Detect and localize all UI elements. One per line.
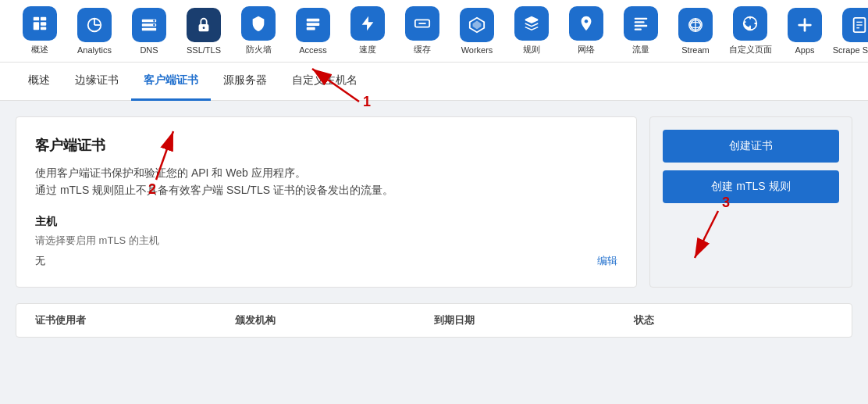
- nav-icon-custom-pages: [733, 6, 767, 41]
- card-description: 使用客户端证书保护和验证您的 API 和 Web 应用程序。 通过 mTLS 规…: [35, 164, 617, 199]
- sub-nav-origin-server[interactable]: 源服务器: [211, 63, 279, 101]
- nav-icon-network: [569, 6, 603, 41]
- nav-item-rules[interactable]: 规则: [509, 6, 554, 55]
- sub-nav-client-certs[interactable]: 客户端证书: [131, 63, 211, 101]
- nav-label-speed: 速度: [359, 44, 376, 55]
- svg-rect-0: [34, 17, 39, 21]
- card-title: 客户端证书: [35, 136, 617, 155]
- top-navigation: 概述 Analytics DNS SSL/TLS 防火墙: [0, 0, 868, 63]
- svg-rect-4: [41, 27, 46, 30]
- svg-rect-15: [307, 27, 315, 30]
- table-col-expiry: 到期日期: [434, 313, 634, 327]
- nav-item-workers[interactable]: Workers: [454, 8, 500, 55]
- table-col-issuer: 颁发机构: [235, 313, 435, 327]
- nav-item-speed[interactable]: 速度: [345, 6, 390, 55]
- host-label: 主机: [35, 215, 617, 229]
- host-value-row: 无 编辑: [35, 254, 617, 268]
- nav-item-scrape-shield[interactable]: Scrape Shield: [837, 8, 868, 55]
- host-value: 无: [35, 254, 45, 268]
- nav-label-dns: DNS: [140, 45, 158, 55]
- table-col-cert-user: 证书使用者: [35, 313, 235, 327]
- nav-label-stream: Stream: [681, 45, 709, 55]
- nav-icon-stream: [678, 8, 713, 42]
- nav-label-traffic: 流量: [632, 44, 649, 55]
- nav-label-overview: 概述: [31, 44, 48, 55]
- nav-item-access[interactable]: Access: [290, 8, 336, 55]
- nav-label-scrape-shield: Scrape Shield: [833, 45, 868, 55]
- nav-icon-firewall: [241, 6, 276, 41]
- nav-label-custom-pages: 自定义页面: [729, 44, 772, 55]
- sub-navigation: 概述 边缘证书 客户端证书 源服务器 自定义主机名: [0, 63, 868, 101]
- nav-icon-analytics: [77, 8, 112, 42]
- nav-icon-overview: [23, 6, 57, 41]
- description-line2: 通过 mTLS 规则阻止不具备有效客户端 SSL/TLS 证书的设备发出的流量。: [35, 184, 393, 196]
- nav-label-ssl: SSL/TLS: [187, 45, 221, 55]
- nav-label-apps: Apps: [795, 45, 814, 55]
- nav-item-cache[interactable]: 缓存: [400, 6, 445, 55]
- description-line1: 使用客户端证书保护和验证您的 API 和 Web 应用程序。: [35, 166, 306, 179]
- svg-rect-3: [41, 22, 46, 26]
- side-panel: 创建证书 创建 mTLS 规则: [649, 116, 852, 288]
- nav-icon-ssl: [187, 8, 221, 42]
- svg-marker-16: [362, 16, 374, 30]
- nav-icon-speed: [350, 6, 385, 41]
- svg-rect-14: [307, 23, 320, 26]
- edit-link[interactable]: 编辑: [597, 254, 617, 268]
- main-content: 客户端证书 使用客户端证书保护和验证您的 API 和 Web 应用程序。 通过 …: [0, 101, 868, 303]
- nav-icon-rules: [514, 6, 549, 41]
- nav-icon-cache: [405, 6, 439, 41]
- svg-rect-2: [34, 22, 39, 30]
- svg-marker-20: [473, 20, 482, 29]
- svg-rect-8: [142, 27, 156, 30]
- nav-icon-access: [296, 8, 330, 42]
- nav-item-dns[interactable]: DNS: [126, 8, 172, 55]
- svg-rect-13: [307, 18, 320, 21]
- table-col-status: 状态: [634, 313, 834, 327]
- svg-rect-24: [635, 28, 642, 30]
- svg-rect-22: [635, 21, 645, 23]
- nav-label-cache: 缓存: [414, 44, 431, 55]
- nav-icon-dns: [132, 8, 166, 42]
- nav-item-apps[interactable]: Apps: [782, 8, 827, 55]
- svg-rect-23: [635, 25, 648, 27]
- create-cert-button[interactable]: 创建证书: [663, 130, 839, 163]
- create-mtls-button[interactable]: 创建 mTLS 规则: [663, 170, 839, 203]
- nav-item-analytics[interactable]: Analytics: [72, 8, 117, 55]
- sub-nav-custom-hostname[interactable]: 自定义主机名: [279, 63, 370, 101]
- nav-item-network[interactable]: 网络: [564, 6, 609, 55]
- nav-icon-traffic: [624, 6, 658, 41]
- page-wrapper: 概述 Analytics DNS SSL/TLS 防火墙: [0, 0, 868, 404]
- host-sublabel: 请选择要启用 mTLS 的主机: [35, 234, 617, 248]
- nav-label-access: Access: [299, 45, 326, 55]
- nav-item-overview[interactable]: 概述: [17, 6, 62, 55]
- table-header: 证书使用者 颁发机构 到期日期 状态: [16, 303, 852, 338]
- nav-label-analytics: Analytics: [77, 45, 112, 55]
- nav-label-network: 网络: [578, 44, 595, 55]
- sub-nav-overview[interactable]: 概述: [16, 63, 62, 101]
- nav-icon-workers: [460, 8, 494, 42]
- nav-item-custom-pages[interactable]: 自定义页面: [727, 6, 773, 55]
- svg-point-12: [203, 27, 205, 29]
- svg-point-10: [153, 23, 155, 26]
- nav-icon-scrape-shield: [842, 8, 868, 42]
- nav-label-firewall: 防火墙: [246, 44, 272, 55]
- nav-label-rules: 规则: [523, 44, 540, 55]
- svg-rect-21: [635, 18, 648, 20]
- nav-item-traffic[interactable]: 流量: [618, 6, 663, 55]
- nav-icon-apps: [788, 8, 822, 42]
- nav-label-workers: Workers: [461, 45, 493, 55]
- nav-item-firewall[interactable]: 防火墙: [236, 6, 281, 55]
- content-card: 客户端证书 使用客户端证书保护和验证您的 API 和 Web 应用程序。 通过 …: [16, 116, 637, 288]
- sub-nav-edge-certs[interactable]: 边缘证书: [62, 63, 131, 101]
- nav-item-stream[interactable]: Stream: [673, 8, 718, 55]
- svg-rect-1: [41, 17, 46, 21]
- svg-point-9: [153, 20, 155, 22]
- nav-item-ssl[interactable]: SSL/TLS: [181, 8, 226, 55]
